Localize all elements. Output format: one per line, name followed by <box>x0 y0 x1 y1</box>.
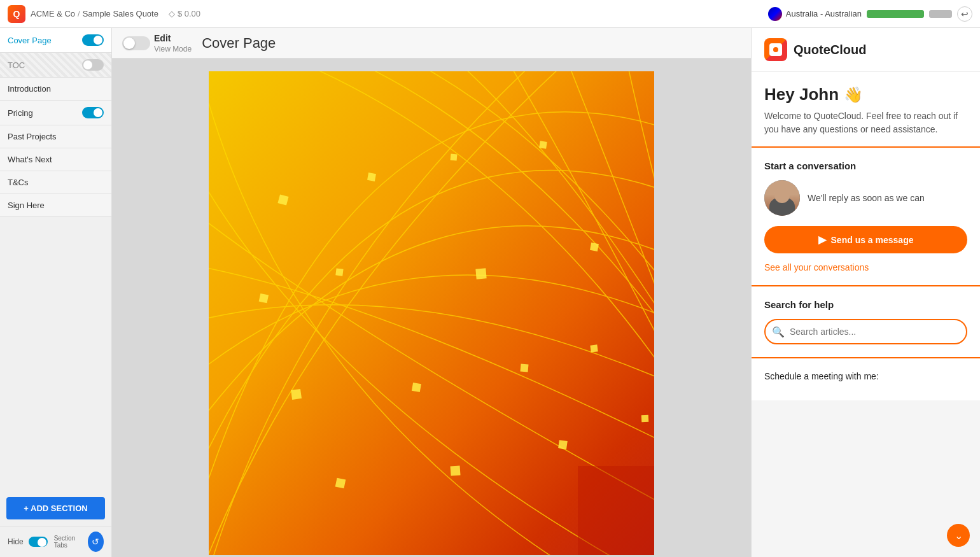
sidebar-item-label: T&Cs <box>8 178 29 187</box>
search-icon: 🔍 <box>772 326 785 338</box>
sidebar-item-tandc[interactable]: T&Cs <box>0 171 111 194</box>
search-section: Search for help 🔍 <box>752 286 980 358</box>
svg-rect-8 <box>590 243 599 251</box>
page-title: Cover Page <box>202 35 276 52</box>
section-tabs-label: Section Tabs <box>54 535 83 549</box>
sidebar-item-label: What's Next <box>8 155 52 164</box>
main-layout: Cover Page TOC Introduction Pricing Past… <box>0 28 980 557</box>
breadcrumb-separator: / <box>78 9 80 18</box>
price-icon: ◇ <box>169 9 175 18</box>
svg-rect-7 <box>475 268 486 279</box>
sidebar: Cover Page TOC Introduction Pricing Past… <box>0 28 112 557</box>
undo-icon: ↩ <box>961 9 969 19</box>
quotecloud-greeting: Hey John 👋 Welcome to QuoteCloud. Feel f… <box>752 72 980 148</box>
app-logo[interactable]: Q <box>8 5 25 23</box>
sidebar-item-pricing[interactable]: Pricing <box>0 101 111 125</box>
edit-mode-labels: Edit View Mode <box>154 33 192 53</box>
logo-text: Q <box>13 9 20 19</box>
breadcrumb: ACME & Co / Sample Sales Quote <box>31 9 158 18</box>
cover-art <box>209 71 654 555</box>
sidebar-item-label: Pricing <box>8 108 33 118</box>
sidebar-item-toc[interactable]: TOC <box>0 53 111 78</box>
svg-rect-5 <box>259 293 269 303</box>
sidebar-item-past-projects[interactable]: Past Projects <box>0 125 111 148</box>
hide-section-tabs-toggle[interactable] <box>29 537 48 547</box>
edit-label: Edit <box>154 33 192 43</box>
edit-mode-toggle[interactable] <box>122 36 150 50</box>
svg-rect-9 <box>291 389 302 400</box>
pricing-toggle[interactable] <box>82 107 104 118</box>
svg-rect-12 <box>590 344 598 352</box>
cover-page-toggle[interactable] <box>82 34 104 46</box>
svg-rect-6 <box>335 268 343 276</box>
welcome-text: Welcome to QuoteCloud. Feel free to reac… <box>764 109 967 136</box>
main-toolbar: Edit View Mode Cover Page <box>112 28 751 59</box>
sidebar-item-whats-next[interactable]: What's Next <box>0 148 111 171</box>
scroll-down-icon: ⌄ <box>955 530 963 542</box>
svg-rect-13 <box>335 478 346 489</box>
schedule-section: Schedule a meeting with me: <box>752 358 980 400</box>
add-section-button[interactable]: + ADD SECTION <box>6 497 105 519</box>
sidebar-footer: Hide Section Tabs ↺ <box>0 526 111 557</box>
avatar-face <box>764 180 800 216</box>
svg-rect-10 <box>412 383 421 392</box>
svg-rect-17 <box>578 466 654 555</box>
sidebar-item-label: Cover Page <box>8 36 52 45</box>
svg-rect-3 <box>451 154 458 161</box>
search-input[interactable] <box>764 319 967 344</box>
sidebar-btn-icon: ↺ <box>92 537 99 547</box>
undo-button[interactable]: ↩ <box>957 6 972 22</box>
sidebar-item-sign-here[interactable]: Sign Here <box>0 194 111 217</box>
toc-toggle[interactable] <box>82 59 104 71</box>
agent-avatar <box>764 180 800 216</box>
svg-rect-4 <box>539 141 547 148</box>
quotecloud-panel: QuoteCloud Hey John 👋 Welcome to QuoteCl… <box>751 28 980 557</box>
schedule-title: Schedule a meeting with me: <box>764 371 967 381</box>
start-conversation-section: Start a conversation We'll reply as soon… <box>752 148 980 286</box>
progress-bar-green <box>867 10 924 18</box>
canvas-page <box>209 71 654 555</box>
quotecloud-logo-icon <box>764 38 787 61</box>
search-input-wrap: 🔍 <box>764 319 967 344</box>
sidebar-item-label: Past Projects <box>8 132 57 141</box>
greeting-name: Hey John <box>764 85 839 104</box>
sidebar-item-label: TOC <box>8 60 25 70</box>
locale-label: Australia - Australian <box>786 9 862 18</box>
breadcrumb-doc[interactable]: Sample Sales Quote <box>83 9 158 18</box>
search-title: Search for help <box>764 299 967 310</box>
view-mode-label: View Mode <box>154 45 192 53</box>
svg-rect-14 <box>451 465 461 476</box>
send-btn-label: Send us a message <box>831 235 914 245</box>
locale-selector[interactable]: Australia - Australian <box>768 7 862 21</box>
wave-emoji: 👋 <box>844 86 863 104</box>
sidebar-item-introduction[interactable]: Introduction <box>0 78 111 101</box>
start-conversation-title: Start a conversation <box>764 160 967 171</box>
sidebar-item-label: Sign Here <box>8 201 45 210</box>
flag-icon <box>768 7 782 21</box>
edit-toggle-container: Edit View Mode <box>122 33 192 53</box>
svg-rect-16 <box>641 415 649 423</box>
sidebar-item-label: Introduction <box>8 84 51 94</box>
send-message-button[interactable]: ▶ Send us a message <box>764 226 967 253</box>
sidebar-action-button[interactable]: ↺ <box>88 532 104 552</box>
quotecloud-header: QuoteCloud <box>752 28 980 72</box>
conversation-row: We'll reply as soon as we can <box>764 180 967 216</box>
scroll-down-button[interactable]: ⌄ <box>947 524 970 547</box>
quotecloud-title: QuoteCloud <box>794 43 866 57</box>
reply-text: We'll reply as soon as we can <box>808 192 925 205</box>
progress-bar-gray <box>929 10 952 18</box>
svg-rect-11 <box>520 363 528 372</box>
price-display: ◇ $ 0.00 <box>169 9 200 18</box>
price-value: $ 0.00 <box>178 9 200 18</box>
topbar: Q ACME & Co / Sample Sales Quote ◇ $ 0.0… <box>0 0 980 28</box>
send-icon: ▶ <box>818 234 826 246</box>
topbar-right: Australia - Australian ↩ <box>768 6 972 22</box>
canvas-area <box>112 59 751 557</box>
main-area: Edit View Mode Cover Page <box>112 28 751 557</box>
hide-label: Hide <box>8 537 24 546</box>
see-conversations-link[interactable]: See all your conversations <box>764 262 967 272</box>
breadcrumb-company[interactable]: ACME & Co <box>31 9 75 18</box>
sidebar-spacer <box>0 217 111 491</box>
greeting-text: Hey John 👋 <box>764 85 967 104</box>
sidebar-item-cover-page[interactable]: Cover Page <box>0 28 111 53</box>
